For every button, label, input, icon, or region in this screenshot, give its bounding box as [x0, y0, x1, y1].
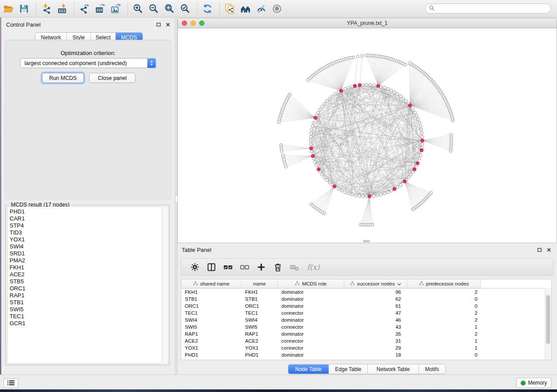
table-cell: 2 — [407, 317, 481, 323]
minimize-window-icon[interactable] — [190, 21, 196, 26]
table-row[interactable]: SWI4SWI4dominator462 — [181, 316, 551, 323]
result-list-scrollbar[interactable] — [162, 206, 168, 364]
table-cell: 43 — [344, 324, 407, 330]
run-mcds-button[interactable]: Run MCDS — [42, 73, 84, 83]
export-image-button[interactable] — [110, 3, 121, 14]
import-table-button[interactable] — [56, 3, 68, 14]
clone-network-button[interactable] — [224, 3, 235, 14]
canvas-hscroll-thumb[interactable] — [363, 240, 370, 242]
zoom-out-button[interactable] — [148, 3, 159, 14]
list-item[interactable]: STB1 — [7, 299, 167, 306]
list-item[interactable]: SWI5 — [7, 306, 167, 313]
maximize-window-icon[interactable] — [199, 21, 204, 26]
export-network-button[interactable] — [79, 3, 90, 14]
table-cell: RAP1 — [181, 331, 242, 337]
table-cell: 1 — [407, 338, 481, 344]
mcds-result-list[interactable]: PHD1CAR1STP4TID3YOX1SWI4SRD1PMA2FKH1ACE2… — [7, 206, 168, 364]
table-scrollbar-track[interactable] — [545, 288, 551, 360]
column-header-MCDS-role[interactable]: MCDS role — [278, 279, 344, 288]
memory-button[interactable]: Memory — [516, 378, 551, 388]
search-box[interactable] — [425, 3, 551, 14]
table-row[interactable]: TEC1TEC1connector472 — [181, 309, 551, 316]
table-row[interactable]: RAP1RAP1dominator352 — [181, 330, 551, 337]
add-column-button[interactable] — [256, 261, 267, 273]
list-item[interactable]: SRD1 — [7, 250, 167, 257]
delete-columns-icon — [273, 262, 283, 272]
list-item[interactable]: SWI4 — [7, 243, 167, 250]
table-row[interactable]: SWI5SWI5connector431 — [181, 323, 551, 330]
search-input[interactable] — [435, 5, 550, 12]
column-header-name[interactable]: name — [242, 279, 278, 288]
toolbar-separator — [197, 3, 197, 15]
tab-edge-table[interactable]: Edge Table — [329, 364, 368, 374]
export-image-icon — [111, 3, 121, 14]
deselect-all-rows-button[interactable] — [239, 261, 250, 273]
close-table-panel-icon[interactable] — [546, 247, 551, 252]
network-canvas[interactable] — [178, 28, 557, 243]
list-item[interactable]: TID3 — [7, 229, 167, 236]
table-cell: ACE2 — [242, 338, 278, 344]
tab-network-table[interactable]: Network Table — [368, 364, 419, 374]
node-table-header: shared namenameMCDS rolesuccessor nodesp… — [181, 279, 551, 289]
save-session-button[interactable] — [18, 3, 30, 14]
table-cell: 0 — [407, 296, 481, 302]
window-controls — [182, 21, 204, 26]
show-graphics-details-button[interactable] — [271, 3, 283, 14]
import-network-button[interactable] — [41, 3, 52, 14]
table-row[interactable]: PHD1PHD1dominator180 — [181, 351, 551, 358]
tab-node-table[interactable]: Node Table — [288, 364, 329, 374]
column-header-successor-nodes[interactable]: successor nodes — [344, 279, 407, 288]
clear-table-button — [289, 261, 300, 273]
list-item[interactable]: ACE2 — [7, 271, 167, 278]
list-item[interactable]: RAP1 — [7, 292, 167, 299]
table-cell: SWI5 — [242, 324, 278, 330]
column-header-shared-name[interactable]: shared name — [181, 279, 242, 288]
refresh-layout-button[interactable] — [202, 3, 213, 14]
open-session-icon — [3, 3, 14, 14]
import-network-icon — [41, 3, 52, 14]
close-panel-button[interactable]: Close panel — [89, 73, 135, 83]
export-table-button[interactable] — [94, 3, 106, 14]
list-item[interactable]: STP4 — [7, 222, 167, 229]
hide-graphics-details-button[interactable] — [256, 3, 267, 14]
float-panel-icon[interactable] — [156, 22, 161, 27]
table-row[interactable]: FKH1FKH1dominator962 — [181, 289, 551, 296]
delete-columns-button[interactable] — [272, 261, 284, 273]
list-item[interactable]: PHD1 — [7, 208, 167, 215]
column-visibility-button[interactable] — [206, 261, 217, 273]
table-cell: 0 — [407, 352, 481, 358]
list-item[interactable]: STB5 — [7, 278, 167, 285]
table-row[interactable]: ACE2ACE2connector311 — [181, 337, 551, 344]
import-table-icon — [57, 3, 67, 14]
table-panel-title: Table Panel — [182, 247, 211, 253]
list-item[interactable]: ORC1 — [7, 285, 167, 292]
zoom-fit-button[interactable] — [164, 3, 175, 14]
table-settings-button[interactable] — [189, 261, 201, 273]
table-row[interactable]: YOX1YOX1connector291 — [181, 344, 551, 351]
criterion-select[interactable]: largest connected component (undirected) — [20, 58, 156, 68]
close-panel-icon[interactable] — [165, 22, 170, 27]
network-window-titlebar[interactable]: YPA_prune.txt_1 — [178, 18, 557, 28]
table-row[interactable]: STB1STB1dominator620 — [181, 296, 551, 303]
zoom-selected-button[interactable] — [180, 3, 191, 14]
table-row[interactable]: ORC1ORC1dominator610 — [181, 303, 551, 309]
list-item[interactable]: CAR1 — [7, 215, 167, 222]
list-item[interactable]: FKH1 — [7, 264, 167, 271]
select-all-rows-button[interactable] — [222, 261, 234, 273]
list-item[interactable]: YOX1 — [7, 236, 167, 243]
table-scrollbar-thumb[interactable] — [546, 295, 550, 344]
close-window-icon[interactable] — [182, 21, 187, 26]
table-cell: PHD1 — [181, 352, 242, 358]
list-item[interactable]: PMA2 — [7, 257, 167, 264]
list-item[interactable]: GCR1 — [7, 320, 167, 327]
list-item[interactable]: TEC1 — [7, 313, 167, 320]
float-table-panel-icon[interactable] — [537, 247, 542, 252]
open-session-button[interactable] — [3, 3, 14, 14]
zoom-in-button[interactable] — [132, 3, 144, 14]
column-header-predecessor-nodes[interactable]: predecessor nodes — [407, 279, 481, 288]
tab-motifs[interactable]: Motifs — [419, 364, 445, 374]
birdseye-view-button[interactable] — [240, 3, 251, 14]
task-history-button[interactable] — [3, 378, 18, 388]
table-cell: 2 — [407, 310, 481, 316]
table-cell: YOX1 — [181, 345, 242, 351]
